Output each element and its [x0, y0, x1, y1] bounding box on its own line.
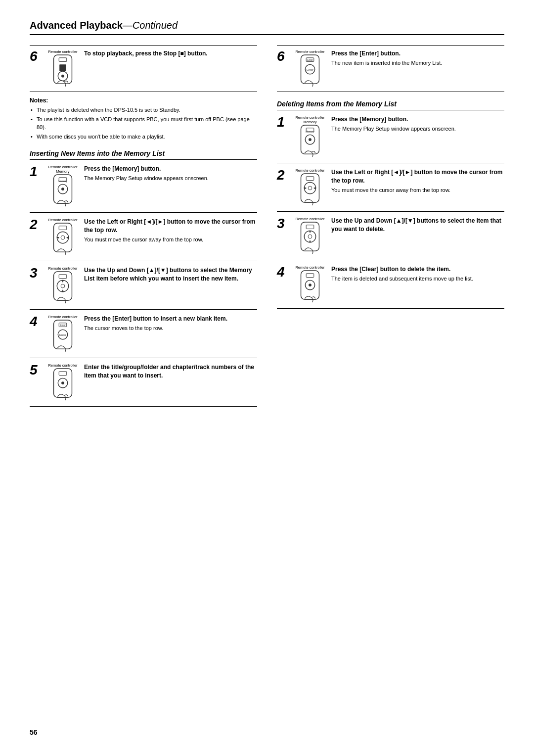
- delete-section-heading: Deleting Items from the Memory List: [277, 100, 504, 108]
- insert-step-4-heading: Press the [Enter] button to insert a new…: [84, 315, 257, 323]
- insert-step-4-text: Press the [Enter] button to insert a new…: [84, 315, 257, 332]
- step6-right: 6 Remote controller Press the [Enter] bu…: [277, 45, 504, 92]
- remote-icon-ud-insert: [49, 271, 76, 304]
- step6-right-desc: The new item is inserted into the Memory…: [331, 59, 504, 67]
- remote-col-insert-3: Remote controller: [45, 266, 80, 304]
- delete-step-1-text: Press the [Memory] button. The Memory Pl…: [331, 115, 504, 133]
- remote-icon-lr-delete: [297, 173, 323, 206]
- rc-label-delete-1: Remote controller: [295, 115, 324, 120]
- delete-step-2-desc: You must move the cursor away from the t…: [331, 187, 504, 194]
- remote-col-insert-2: Remote controller: [45, 218, 80, 256]
- rc-label-delete-3: Remote controller: [295, 217, 324, 221]
- insert-step-5-text: Enter the title/group/folder and chapter…: [84, 363, 257, 381]
- rc-label-delete-4: Remote controller: [295, 265, 324, 270]
- step6-left-content: Remote controller To stop playback, pres…: [45, 49, 257, 88]
- insert-step-1-text: Press the [Memory] button. The Memory Pl…: [84, 165, 257, 182]
- remote-icon-memory-insert: [49, 174, 76, 207]
- step6-left: 6 Remote controller To stop playback, pr…: [30, 45, 257, 92]
- remote-icon-lr-insert: [49, 222, 76, 256]
- insert-step-5-heading: Enter the title/group/folder and chapter…: [84, 363, 257, 380]
- delete-step-2-heading: Use the Left or Right [◄]/[►] button to …: [331, 168, 504, 185]
- step6-right-heading: Press the [Enter] button.: [331, 49, 504, 58]
- delete-step-4-desc: The item is deleted and subsequent items…: [331, 275, 504, 283]
- page-title: Advanced Playback—Continued: [30, 20, 504, 35]
- remote-icon-generic-delete: [297, 270, 323, 303]
- rc-label-step6-right: Remote controller: [295, 49, 324, 54]
- delete-step-1: 1 Remote controller Memory Press the [Me…: [277, 110, 504, 163]
- notes-block: Notes: The playlist is deleted when the …: [30, 97, 257, 141]
- remote-col-delete-4: Remote controller: [293, 265, 327, 303]
- delete-step-4-text: Press the [Clear] button to delete the i…: [331, 265, 504, 283]
- remote-col-step6-right: Remote controller: [293, 49, 327, 88]
- note-item-3: With some discs you won't be able to mak…: [30, 133, 257, 141]
- step6-left-text: To stop playback, press the Stop [■] but…: [84, 49, 257, 59]
- delete-step-3-heading: Use the Up and Down [▲]/[▼] buttons to s…: [331, 217, 504, 234]
- delete-step-4-heading: Press the [Clear] button to delete the i…: [331, 265, 504, 274]
- remote-icon-enter-step6: [297, 54, 323, 88]
- remote-icon-ud-delete: [297, 221, 323, 255]
- delete-step-num-1: 1: [277, 115, 288, 129]
- title-text: Advanced Playback: [30, 20, 123, 31]
- remote-icon-stop: [49, 54, 76, 88]
- rc-label-insert-3: Remote controller: [48, 266, 77, 271]
- remote-col-insert-4: Remote controller: [45, 315, 80, 353]
- remote-icon-generic-insert: [49, 368, 76, 401]
- rc-sublabel-delete-1: Memory: [303, 120, 316, 124]
- insert-step-1: 1 Remote controller Memory Press the [Me…: [30, 159, 257, 212]
- remote-col-insert-1: Remote controller Memory: [45, 165, 80, 207]
- remote-col-delete-1: Remote controller Memory: [293, 115, 327, 158]
- rc-label-delete-2: Remote controller: [295, 168, 324, 173]
- step6-left-heading: To stop playback, press the Stop [■] but…: [84, 49, 257, 58]
- left-column: 6 Remote controller To stop playback, pr…: [30, 45, 257, 407]
- insert-step-2: 2 Remote controller Use the Left or Righ…: [30, 212, 257, 261]
- insert-step-2-text: Use the Left or Right [◄]/[►] button to …: [84, 218, 257, 243]
- remote-col-step6-left: Remote controller: [45, 49, 80, 88]
- right-column: 6 Remote controller Press the [Enter] bu…: [277, 45, 504, 407]
- delete-step-1-heading: Press the [Memory] button.: [331, 115, 504, 124]
- page-number: 56: [30, 728, 38, 736]
- insert-step-4: 4 Remote controller Press the [Enter] bu…: [30, 309, 257, 358]
- insert-step-5: 5 Remote controller Enter the title/grou…: [30, 358, 257, 407]
- notes-title: Notes:: [30, 97, 257, 104]
- delete-step-3: 3 Remote controller Use the Up and Down …: [277, 211, 504, 260]
- delete-step-3-text: Use the Up and Down [▲]/[▼] buttons to s…: [331, 217, 504, 235]
- insert-step-num-4: 4: [30, 315, 41, 329]
- rc-label-insert-4: Remote controller: [48, 315, 77, 319]
- insert-step-4-desc: The cursor moves to the top row.: [84, 325, 257, 332]
- note-item-2: To use this function with a VCD that sup…: [30, 115, 257, 132]
- step6-right-text: Press the [Enter] button. The new item i…: [331, 49, 504, 67]
- rc-label-insert-5: Remote controller: [48, 363, 77, 368]
- delete-step-2-text: Use the Left or Right [◄]/[►] button to …: [331, 168, 504, 194]
- delete-step-1-desc: The Memory Play Setup window appears ons…: [331, 125, 504, 133]
- insert-step-1-desc: The Memory Play Setup window appears ons…: [84, 175, 257, 182]
- insert-step-1-heading: Press the [Memory] button.: [84, 165, 257, 173]
- insert-step-3: 3 Remote controller Use the Up and Down …: [30, 261, 257, 309]
- rc-sublabel-insert-1: Memory: [56, 169, 69, 174]
- insert-step-num-1: 1: [30, 165, 41, 179]
- insert-step-num-5: 5: [30, 363, 41, 377]
- insert-step-2-desc: You must move the cursor away from the t…: [84, 236, 257, 243]
- insert-step-num-3: 3: [30, 266, 41, 280]
- insert-step-3-text: Use the Up and Down [▲]/[▼] buttons to s…: [84, 266, 257, 284]
- notes-list: The playlist is deleted when the DPS-10.…: [30, 106, 257, 141]
- remote-icon-enter-insert: [49, 319, 76, 353]
- remote-label-step6-left: Remote controller: [48, 49, 77, 54]
- remote-icon-memory-delete: [297, 124, 323, 158]
- delete-step-num-4: 4: [277, 265, 288, 279]
- insert-step-num-2: 2: [30, 218, 41, 232]
- delete-step-4: 4 Remote controller Press the [Clear] bu…: [277, 260, 504, 309]
- insert-section-heading: Inserting New Items into the Memory List: [30, 149, 257, 157]
- insert-step-2-heading: Use the Left or Right [◄]/[►] button to …: [84, 218, 257, 235]
- step-num-6-left: 6: [30, 49, 41, 63]
- remote-col-insert-5: Remote controller: [45, 363, 80, 401]
- step-num-6-right: 6: [277, 49, 288, 63]
- insert-step-3-heading: Use the Up and Down [▲]/[▼] buttons to s…: [84, 266, 257, 283]
- delete-step-num-3: 3: [277, 217, 288, 231]
- remote-col-delete-2: Remote controller: [293, 168, 327, 206]
- note-item-1: The playlist is deleted when the DPS-10.…: [30, 106, 257, 114]
- remote-col-delete-3: Remote controller: [293, 217, 327, 255]
- rc-label-insert-2: Remote controller: [48, 218, 77, 222]
- title-suffix: —Continued: [123, 20, 178, 31]
- delete-step-2: 2 Remote controller Use the Left or Righ…: [277, 163, 504, 211]
- delete-step-num-2: 2: [277, 168, 288, 182]
